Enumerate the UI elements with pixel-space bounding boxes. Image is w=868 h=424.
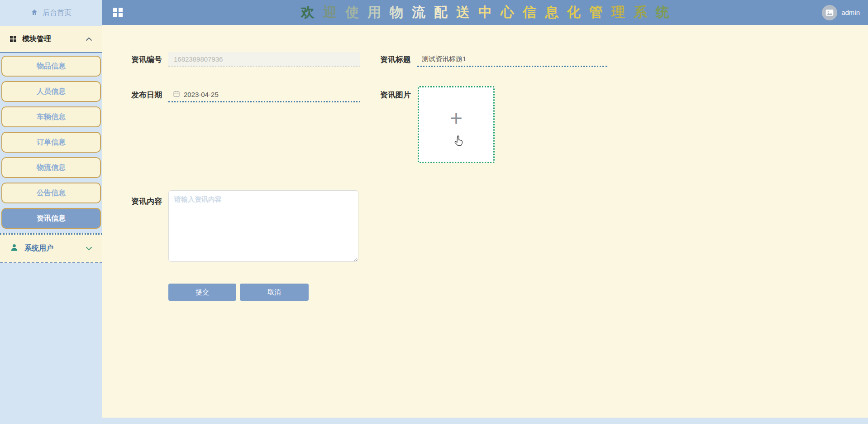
title-char: 迎 (323, 3, 337, 22)
info-id-input (168, 52, 360, 67)
title-char: 物 (390, 3, 403, 22)
picture-icon (825, 8, 834, 17)
title-char: 理 (611, 3, 625, 22)
sidebar-section-module-management[interactable]: 模块管理 (0, 26, 102, 53)
info-title-label: 资讯标题 (380, 54, 411, 65)
user-section-label: 系统用户 (24, 244, 80, 253)
publish-date-value: 2023-04-25 (184, 91, 219, 98)
avatar (822, 5, 837, 20)
main-content: 资讯编号 资讯标题 发布日期 2023-04-25 资讯图片 + 资讯内容 提交… (102, 25, 868, 418)
calendar-icon (173, 90, 180, 99)
username-label: admin (841, 9, 860, 16)
title-char: 心 (501, 3, 514, 22)
sidebar-item[interactable]: 公告信息 (1, 183, 101, 203)
user-icon (10, 243, 19, 254)
title-char: 系 (634, 3, 647, 22)
sidebar-item-home[interactable]: 后台首页 (0, 0, 102, 26)
image-upload-box[interactable]: + (418, 86, 495, 163)
user-menu[interactable]: admin (822, 0, 860, 25)
title-char: 中 (478, 3, 492, 22)
module-section-label: 模块管理 (22, 34, 80, 44)
title-char: 化 (567, 3, 581, 22)
title-char: 管 (589, 3, 603, 22)
sidebar-home-label: 后台首页 (43, 8, 72, 18)
module-submenu: 物品信息人员信息车辆信息订单信息物流信息公告信息资讯信息 (0, 53, 102, 229)
sidebar-item[interactable]: 物品信息 (1, 56, 101, 77)
top-header: 欢迎使用物流配送中心信息化管理系统 admin (102, 0, 868, 25)
sidebar-section-system-users[interactable]: 系统用户 (0, 233, 102, 263)
chevron-up-icon (86, 35, 92, 43)
title-char: 统 (656, 3, 669, 22)
header-title: 欢迎使用物流配送中心信息化管理系统 (102, 0, 868, 25)
plus-icon: + (419, 107, 493, 129)
page: 后台首页 模块管理 物品信息人员信息车辆信息订单信息物流信息公告信息资讯信息 系… (0, 0, 868, 424)
home-icon (31, 9, 38, 18)
title-char: 欢 (301, 3, 315, 22)
mouse-cursor-icon (453, 135, 465, 149)
submit-button[interactable]: 提交 (168, 284, 236, 301)
info-id-label: 资讯编号 (131, 54, 162, 65)
title-char: 使 (345, 3, 359, 22)
info-title-input[interactable] (417, 52, 607, 67)
sidebar-item[interactable]: 资讯信息 (1, 208, 101, 229)
publish-date-picker[interactable]: 2023-04-25 (168, 87, 360, 102)
title-char: 信 (523, 3, 536, 22)
sidebar-item[interactable]: 人员信息 (1, 81, 101, 102)
title-char: 流 (412, 3, 425, 22)
cancel-button[interactable]: 取消 (240, 284, 309, 301)
info-content-textarea[interactable] (168, 190, 358, 262)
sidebar: 后台首页 模块管理 物品信息人员信息车辆信息订单信息物流信息公告信息资讯信息 系… (0, 0, 102, 424)
title-char: 配 (434, 3, 448, 22)
info-content-label: 资讯内容 (131, 196, 162, 207)
title-char: 送 (456, 3, 470, 22)
publish-date-label: 发布日期 (131, 90, 162, 100)
title-char: 息 (545, 3, 558, 22)
info-image-label: 资讯图片 (380, 90, 411, 100)
sidebar-item[interactable]: 订单信息 (1, 132, 101, 153)
sidebar-item[interactable]: 物流信息 (1, 157, 101, 178)
title-char: 用 (367, 3, 381, 22)
chevron-down-icon (86, 244, 92, 252)
modules-grid-icon (10, 36, 16, 42)
sidebar-item[interactable]: 车辆信息 (1, 106, 101, 127)
